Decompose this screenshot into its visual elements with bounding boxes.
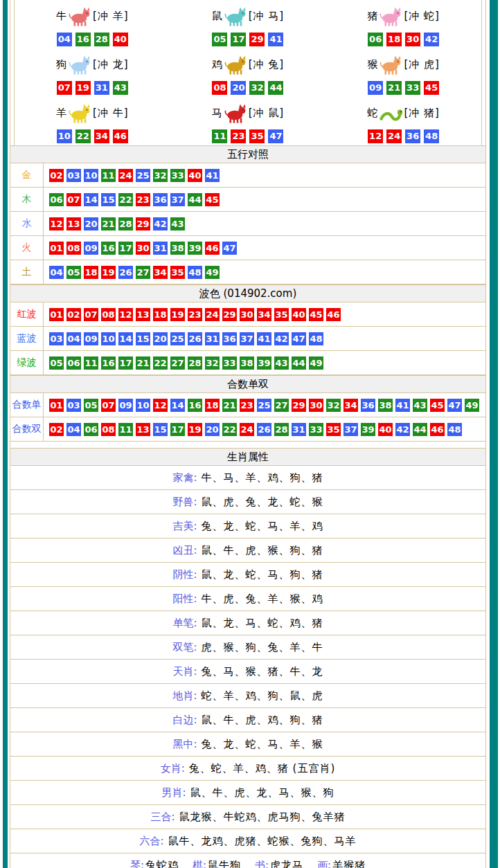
number-ball: 28 — [94, 33, 109, 46]
number-ball: 26 — [188, 332, 202, 345]
number-ball: 45 — [205, 193, 220, 206]
zodiac-numbers: 06183042 — [368, 33, 439, 46]
number-ball: 10 — [84, 169, 98, 182]
element-row-water: 水1213202128294243 — [10, 212, 485, 236]
number-ball: 04 — [66, 332, 81, 345]
element-row-wood: 木06071415222336374445 — [10, 188, 485, 212]
zodiac-name: 牛 — [56, 10, 66, 23]
number-ball: 45 — [424, 81, 439, 95]
row-label-sum-even: 合数双 — [10, 417, 44, 441]
number-ball: 29 — [136, 217, 150, 230]
zodiac-caption: 马[冲 鼠] — [212, 100, 284, 127]
number-ball: 37 — [170, 193, 185, 206]
number-ball: 31 — [205, 332, 220, 345]
number-ball: 34 — [94, 129, 109, 143]
zodiac-grid: 牛[冲 羊]04162840鼠[冲 马]05172941猪[冲 蛇]061830… — [14, 0, 482, 145]
number-ball: 31 — [153, 242, 168, 255]
zodiac-name: 猴 — [367, 58, 377, 71]
section-header-sum-parity: 合数单双 — [10, 375, 485, 393]
attribute-row-single-stroke: 单笔:鼠、龙、马、蛇、鸡、猪 — [10, 611, 485, 635]
section-title-attributes: 生肖属性 — [227, 451, 269, 464]
number-ball: 42 — [395, 423, 410, 436]
zodiac-numbers: 09213345 — [368, 81, 439, 95]
attribute-value-shu: 虎龙马 — [270, 859, 303, 868]
attribute-pair-shu: 书:虎龙马 — [255, 859, 303, 868]
number-ball: 23 — [136, 193, 150, 206]
number-ball: 24 — [205, 308, 220, 321]
zodiac-numbers: 12243648 — [368, 129, 439, 143]
sum-parity-rows: 合数单0103050709101214161821232527293032343… — [10, 393, 485, 442]
zodiac-clash-label: [冲 羊] — [93, 10, 128, 23]
zodiac-name: 猪 — [367, 10, 377, 23]
number-ball: 09 — [368, 81, 383, 95]
number-ball: 29 — [222, 308, 237, 321]
number-ball: 19 — [170, 308, 185, 321]
number-ball: 40 — [378, 423, 393, 436]
attribute-label-qi: 棋: — [193, 859, 206, 868]
wave-row-green-wave: 绿波05061116172122272832333839434449 — [10, 351, 485, 375]
number-ball: 27 — [170, 356, 185, 370]
attribute-rows: 家禽:牛、马、羊、鸡、狗、猪野兽:鼠、虎、兔、龙、蛇、猴吉美:兔、龙、蛇、马、羊… — [10, 466, 485, 868]
number-ball: 05 — [49, 356, 64, 370]
row-numbers-gold: 02031011242532334041 — [44, 163, 485, 187]
number-ball: 45 — [430, 399, 445, 412]
section-title-five-elements: 五行对照 — [227, 148, 269, 161]
number-ball: 21 — [222, 399, 237, 412]
number-ball: 29 — [292, 399, 306, 412]
row-label-red-wave: 红波 — [10, 302, 44, 326]
number-ball: 44 — [188, 193, 202, 206]
number-ball: 30 — [405, 33, 420, 46]
number-ball: 43 — [274, 356, 289, 370]
number-ball: 16 — [101, 356, 116, 370]
number-ball: 16 — [188, 399, 202, 412]
row-label-wood: 木 — [10, 188, 44, 211]
element-row-gold: 金02031011242532334041 — [10, 163, 485, 188]
number-ball: 44 — [268, 81, 283, 95]
number-ball: 48 — [424, 129, 439, 143]
number-ball: 32 — [153, 169, 168, 182]
number-ball: 28 — [274, 423, 289, 436]
attribute-value-double-stroke: 虎、猴、狗、兔、羊、牛 — [202, 641, 323, 654]
zodiac-caption: 牛[冲 羊] — [56, 3, 128, 30]
number-ball: 30 — [240, 308, 254, 321]
zodiac-numbers: 05172941 — [212, 33, 283, 46]
number-ball: 45 — [309, 308, 323, 321]
attribute-value-three-harmony: 鼠龙猴、牛蛇鸡、虎马狗、兔羊猪 — [179, 811, 346, 824]
attribute-row-domestic: 家禽:牛、马、羊、鸡、狗、猪 — [10, 466, 485, 490]
zodiac-clash-label: [冲 鼠] — [249, 107, 284, 120]
rooster-icon — [224, 55, 247, 75]
number-ball: 40 — [113, 33, 128, 46]
row-numbers-sum-odd: 0103050709101214161821232527293032343638… — [44, 393, 485, 417]
row-numbers-water: 1213202128294243 — [44, 212, 485, 235]
zodiac-name: 鸡 — [212, 58, 222, 71]
number-ball: 49 — [465, 399, 479, 412]
attribute-value-single-stroke: 鼠、龙、马、蛇、鸡、猪 — [202, 617, 323, 630]
zodiac-name: 羊 — [56, 107, 66, 120]
number-ball: 04 — [66, 423, 81, 436]
zodiac-clash-label: [冲 马] — [249, 10, 284, 23]
attribute-pair-qi: 棋:鼠牛狗 — [193, 859, 241, 868]
attribute-pair-qin: 琴:兔蛇鸡 — [130, 859, 179, 868]
number-ball: 25 — [257, 399, 271, 412]
number-ball: 20 — [84, 217, 98, 230]
attribute-value-earth-sign: 蛇、羊、鸡、狗、鼠、虎 — [202, 689, 323, 703]
number-ball: 18 — [153, 308, 168, 321]
attribute-value-qin: 兔蛇鸡 — [145, 859, 179, 868]
number-ball: 31 — [94, 81, 109, 95]
attribute-row-yang: 阳性:牛、虎、兔、羊、猴、鸡 — [10, 587, 485, 611]
element-row-earth: 土04051819262734354849 — [10, 260, 485, 284]
number-ball: 30 — [309, 399, 323, 412]
number-ball: 46 — [430, 423, 445, 436]
element-row-fire: 火0108091617303138394647 — [10, 236, 485, 260]
zodiac-cell-pig: 猪[冲 蛇]06183042 — [325, 0, 481, 48]
zodiac-numbers: 08203244 — [212, 81, 283, 95]
number-ball: 42 — [274, 332, 289, 345]
number-ball: 15 — [153, 423, 168, 436]
zodiac-clash-label: [冲 牛] — [93, 107, 128, 120]
attribute-label-double-stroke: 双笔: — [172, 641, 197, 654]
number-ball: 25 — [136, 169, 150, 182]
number-ball: 22 — [118, 193, 133, 206]
number-ball: 28 — [118, 217, 133, 230]
attribute-row-white-edge: 白边:鼠、牛、虎、鸡、狗、猪 — [10, 708, 485, 732]
attribute-label-white-edge: 白边: — [172, 714, 197, 727]
